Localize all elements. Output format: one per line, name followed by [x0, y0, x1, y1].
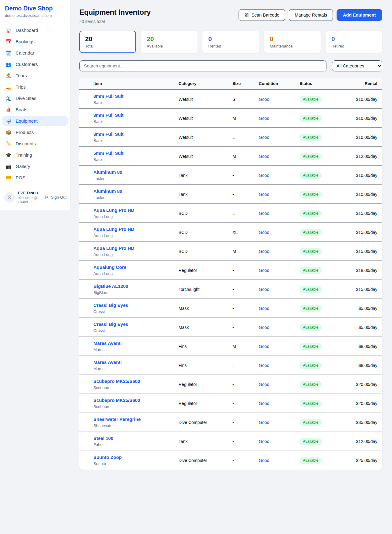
condition-link[interactable]: Good	[259, 97, 269, 102]
item-link[interactable]: Scubapro MK25/S600	[93, 379, 140, 384]
column-header-rental: Rental	[341, 78, 382, 90]
cell-item: 3mm Full Suit Bare	[79, 128, 179, 147]
item-link[interactable]: BigBlue AL1200	[93, 284, 128, 289]
sidebar-item-label: Equipment	[16, 118, 38, 124]
sidebar-item[interactable]: 💳 POS	[2, 173, 68, 182]
item-link[interactable]: Aluminum 80	[93, 170, 122, 175]
item-link[interactable]: Scubapro MK25/S600	[93, 398, 140, 403]
status-badge: Available	[300, 96, 322, 103]
item-link[interactable]: Cressi Big Eyes	[93, 322, 128, 327]
item-link[interactable]: Mares Avanti	[93, 360, 122, 365]
user-role: Owner	[18, 200, 42, 204]
condition-link[interactable]: Good	[259, 401, 269, 406]
cell-condition: Good	[259, 432, 300, 451]
column-header-condition: Condition	[259, 78, 300, 90]
sidebar-item[interactable]: 🗓️ Calendar	[2, 48, 68, 58]
condition-link[interactable]: Good	[259, 173, 269, 178]
category-select[interactable]: All Categories	[332, 60, 382, 71]
manage-rentals-label: Manage Rentals	[295, 13, 327, 17]
condition-link[interactable]: Good	[259, 458, 269, 463]
sidebar-item[interactable]: 🤿 Equipment	[2, 116, 68, 126]
cell-rental: $20.00/day	[341, 394, 382, 413]
sidebar-item[interactable]: 🏷️ Discounts	[2, 139, 68, 148]
condition-link[interactable]: Good	[259, 192, 269, 197]
table-row: 5mm Full Suit Bare Wetsuit M Good Availa…	[79, 147, 382, 166]
scan-barcode-button[interactable]: Scan Barcode	[239, 9, 285, 21]
condition-link[interactable]: Good	[259, 249, 269, 254]
condition-link[interactable]: Good	[259, 325, 269, 330]
sign-out-button[interactable]: Sign Out	[45, 195, 66, 200]
stat-label: Retired	[331, 44, 376, 48]
stat-card[interactable]: 20 Available	[141, 31, 198, 53]
manage-rentals-button[interactable]: Manage Rentals	[289, 9, 333, 21]
condition-link[interactable]: Good	[259, 135, 269, 140]
condition-link[interactable]: Good	[259, 439, 269, 444]
cell-category: Fins	[179, 337, 232, 356]
item-link[interactable]: 5mm Full Suit	[93, 151, 123, 156]
cell-status: Available	[300, 128, 341, 147]
brand: Demo Dive Shop demo.test.divestreams.com	[0, 0, 70, 22]
condition-link[interactable]: Good	[259, 306, 269, 311]
cell-item: Scubapro MK25/S600 Scubapro	[79, 394, 179, 413]
item-link[interactable]: Aqua Lung Pro HD	[93, 246, 134, 251]
pos-icon: 💳	[6, 175, 12, 180]
item-link[interactable]: Steel 100	[93, 436, 113, 441]
condition-link[interactable]: Good	[259, 420, 269, 425]
sidebar-item[interactable]: 🏝️ Tours	[2, 71, 68, 80]
sidebar-item[interactable]: 📊 Dashboard	[2, 25, 68, 35]
condition-link[interactable]: Good	[259, 363, 269, 368]
condition-link[interactable]: Good	[259, 230, 269, 235]
cell-rental: $8.00/day	[341, 337, 382, 356]
training-icon: 🎓	[6, 153, 12, 157]
condition-link[interactable]: Good	[259, 382, 269, 387]
stat-card[interactable]: 0 Retired	[326, 31, 382, 53]
condition-link[interactable]: Good	[259, 287, 269, 292]
item-link[interactable]: Aqua Lung Pro HD	[93, 227, 134, 232]
sidebar-item-label: Gallery	[16, 164, 30, 169]
sidebar-item[interactable]: 👥 Customers	[2, 59, 68, 69]
cell-category: Wetsuit	[179, 109, 232, 128]
item-brand: Shearwater	[93, 423, 179, 428]
cell-condition: Good	[259, 394, 300, 413]
item-link[interactable]: Cressi Big Eyes	[93, 303, 128, 308]
stat-card[interactable]: 20 Total	[79, 31, 136, 53]
status-badge: Available	[300, 248, 322, 255]
add-equipment-button[interactable]: Add Equipment	[337, 9, 382, 21]
sidebar-item[interactable]: 📸 Gallery	[2, 162, 68, 171]
sidebar-item[interactable]: 📅 Bookings	[2, 37, 68, 46]
cell-category: Tank	[179, 166, 232, 185]
item-link[interactable]: Suunto Zoop	[93, 455, 122, 460]
item-link[interactable]: Aqualung Core	[93, 265, 126, 270]
sidebar-item[interactable]: 📦 Products	[2, 128, 68, 137]
cell-size: -	[232, 261, 259, 280]
condition-link[interactable]: Good	[259, 211, 269, 216]
header-actions: Scan Barcode Manage Rentals Add Equipmen…	[239, 9, 382, 21]
item-link[interactable]: 3mm Full Suit	[93, 132, 123, 137]
condition-link[interactable]: Good	[259, 268, 269, 273]
cell-rental: $15.00/day	[341, 223, 382, 242]
item-link[interactable]: Shearwater Peregrine	[93, 417, 141, 422]
gallery-icon: 📸	[6, 164, 12, 169]
cell-condition: Good	[259, 356, 300, 375]
item-link[interactable]: 3mm Full Suit	[93, 113, 123, 118]
search-input[interactable]	[79, 60, 326, 71]
item-link[interactable]: Aqua Lung Pro HD	[93, 208, 134, 213]
cell-status: Available	[300, 318, 341, 337]
cell-status: Available	[300, 109, 341, 128]
item-link[interactable]: Aluminum 80	[93, 189, 122, 194]
item-link[interactable]: Mares Avanti	[93, 341, 122, 346]
cell-size: M	[232, 242, 259, 261]
cell-rental: $25.00/day	[341, 451, 382, 470]
status-badge: Available	[300, 115, 322, 122]
condition-link[interactable]: Good	[259, 116, 269, 121]
condition-link[interactable]: Good	[259, 154, 269, 159]
condition-link[interactable]: Good	[259, 344, 269, 349]
stat-card[interactable]: 0 Rented	[202, 31, 259, 53]
sidebar-item[interactable]: 🚤 Trips	[2, 82, 68, 92]
sidebar-item[interactable]: 🎓 Training	[2, 150, 68, 160]
table-row: Aqua Lung Pro HD Aqua Lung BCD L Good Av…	[79, 204, 382, 223]
sidebar-item[interactable]: 🌊 Dive Sites	[2, 93, 68, 103]
sidebar-item[interactable]: ⛵ Boats	[2, 105, 68, 114]
stat-card[interactable]: 0 Maintenance	[264, 31, 321, 53]
item-link[interactable]: 3mm Full Suit	[93, 93, 123, 99]
